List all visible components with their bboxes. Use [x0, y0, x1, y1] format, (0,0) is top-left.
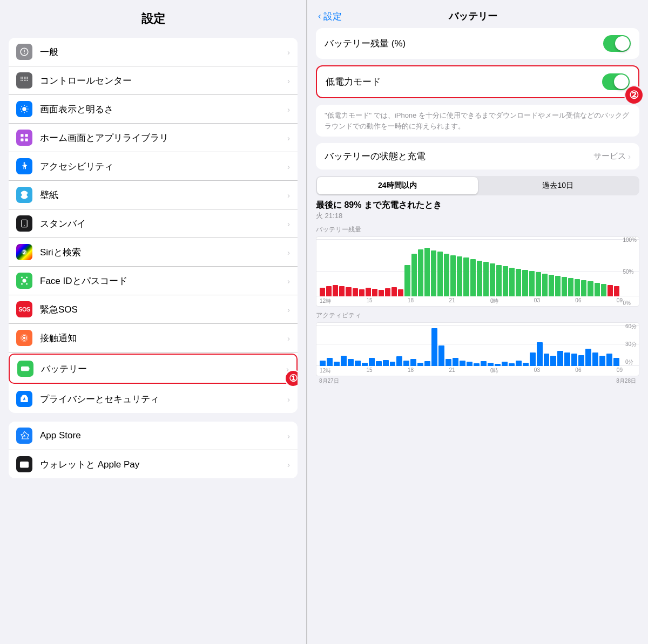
battery-bar [555, 276, 561, 296]
activity-bar [564, 352, 570, 366]
activity-bar [537, 342, 543, 366]
battery-bar [418, 249, 423, 296]
battery-bar [522, 270, 528, 296]
settings-item-accessibility[interactable]: アクセシビリティ › [9, 152, 298, 181]
battery-status-label: バッテリーの状態と充電 [325, 150, 593, 162]
battery-bar [542, 274, 548, 296]
activity-bar [530, 352, 536, 366]
activity-bar [390, 362, 396, 366]
battery-bar [437, 252, 443, 296]
privacy-icon [16, 391, 32, 407]
battery-bar [503, 266, 508, 296]
activity-bar [550, 356, 556, 366]
activity-bar [376, 361, 382, 366]
battery-status-row[interactable]: バッテリーの状態と充電 サービス › [316, 143, 639, 170]
battery-bar [359, 289, 364, 296]
tab-10d[interactable]: 過去10日 [478, 177, 639, 194]
activity-bar [417, 363, 423, 366]
battery-bar [372, 289, 377, 296]
battery-bar [379, 290, 384, 296]
battery-bar [353, 288, 358, 296]
general-chevron: › [287, 48, 290, 57]
activity-bar [523, 363, 529, 366]
home-screen-label: ホーム画面とアプリライブラリ [40, 132, 287, 144]
activity-bar [369, 358, 375, 366]
settings-item-siri[interactable]: Siriと検索 › [9, 238, 298, 267]
battery-bar [483, 262, 489, 296]
settings-main-list: 一般 › コントロールセンター › 画面表示と明るさ › ホーム画面とアプリライ… [9, 38, 298, 413]
siri-chevron: › [287, 248, 290, 257]
activity-bar [460, 361, 465, 366]
battery-bar [411, 254, 417, 297]
battery-bar [516, 269, 521, 296]
activity-bar [424, 361, 430, 366]
activity-bar [341, 356, 347, 366]
contact-chevron: › [287, 334, 290, 343]
battery-percent-row: バッテリー残量 (%) [316, 28, 639, 59]
faceid-chevron: › [287, 276, 290, 286]
contact-label: 接触通知 [40, 332, 287, 344]
activity-bar [571, 354, 577, 366]
settings-item-display[interactable]: 画面表示と明るさ › [9, 95, 298, 124]
home-screen-icon [16, 130, 32, 146]
accessibility-chevron: › [287, 162, 290, 171]
activity-bar [592, 352, 598, 366]
settings-item-appstore[interactable]: App Store › [9, 422, 298, 450]
battery-settings-panel: ‹ 設定 バッテリー バッテリー残量 (%) 低電力モード ② [307, 0, 648, 644]
activity-bar [613, 358, 619, 366]
toggle-thumb-2 [614, 74, 629, 89]
settings-item-standby[interactable]: スタンバイ › [9, 209, 298, 238]
battery-bar [333, 285, 338, 296]
battery-status-card: バッテリーの状態と充電 サービス › [316, 143, 639, 170]
control-center-chevron: › [287, 76, 290, 85]
battery-bar [614, 286, 619, 296]
activity-bar [355, 361, 361, 366]
battery-bar [392, 287, 397, 296]
settings-item-battery[interactable]: バッテリー › ① [9, 354, 298, 384]
battery-icon [17, 361, 33, 377]
battery-x-labels: 12時 15 18 21 0時 03 06 09 [320, 297, 623, 305]
settings-item-wallet[interactable]: ウォレットと Apple Pay › [9, 450, 298, 478]
battery-percent-toggle[interactable] [603, 35, 631, 52]
siri-icon [16, 244, 32, 260]
activity-bar [585, 349, 591, 366]
settings-item-privacy[interactable]: プライバシーとセキュリティ › [9, 385, 298, 413]
appstore-icon [16, 428, 32, 444]
svg-rect-15 [21, 462, 29, 468]
settings-item-home-screen[interactable]: ホーム画面とアプリライブラリ › [9, 124, 298, 152]
tab-24h[interactable]: 24時間以内 [317, 177, 478, 194]
battery-bar [326, 286, 332, 296]
battery-bar [431, 250, 436, 296]
settings-item-contact[interactable]: 接触通知 › [9, 324, 298, 352]
settings-item-faceid[interactable]: Face IDとパスコード › [9, 267, 298, 295]
svg-rect-4 [25, 139, 28, 141]
battery-bar [450, 255, 456, 296]
battery-bar [339, 286, 345, 296]
settings-item-general[interactable]: 一般 › [9, 38, 298, 66]
low-power-card: 低電力モード ② [316, 65, 639, 98]
activity-bar [348, 359, 354, 366]
svg-rect-14 [22, 368, 27, 370]
charge-subtitle: 火 21:18 [316, 211, 639, 221]
back-button[interactable]: ‹ 設定 [318, 10, 342, 23]
settings-item-sos[interactable]: SOS 緊急SOS › [9, 295, 298, 324]
low-power-toggle[interactable] [602, 73, 630, 90]
left-panel-title: 設定 [0, 0, 306, 33]
svg-point-7 [24, 225, 25, 226]
activity-bar [599, 356, 605, 366]
wallet-icon [16, 456, 32, 472]
settings-item-wallpaper[interactable]: 壁紙 › [9, 181, 298, 209]
service-link: サービス [593, 151, 626, 161]
battery-bar [385, 288, 390, 296]
battery-bar [404, 265, 410, 296]
charge-title: 最後に 89% まで充電されたとき [316, 200, 639, 211]
general-icon [16, 44, 32, 60]
low-power-label: 低電力モード [326, 76, 602, 88]
activity-bar [410, 359, 416, 366]
activity-bar [488, 363, 494, 366]
battery-status-chevron: › [628, 152, 631, 161]
activity-bar [606, 354, 612, 366]
settings-item-control-center[interactable]: コントロールセンター › [9, 66, 298, 95]
svg-point-10 [23, 337, 26, 340]
activity-bar [481, 361, 487, 366]
